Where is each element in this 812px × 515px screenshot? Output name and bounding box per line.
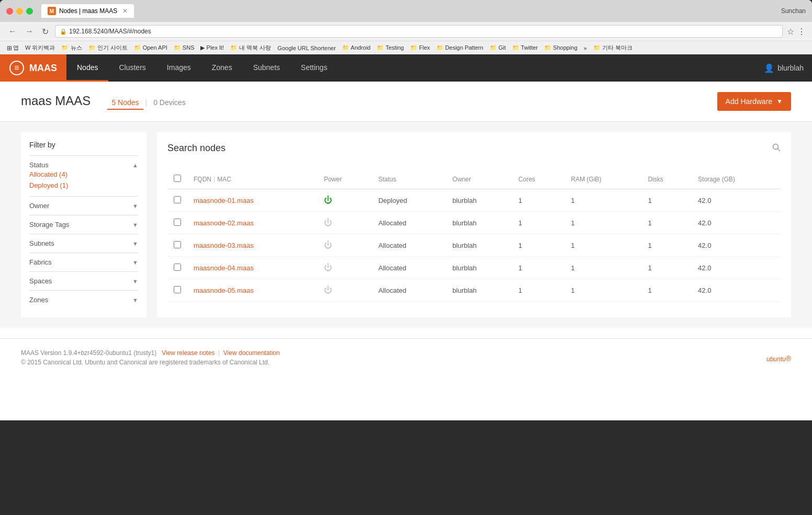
- bookmark-other-folder[interactable]: 📁 기타 북마크: [591, 43, 635, 53]
- maas-logo-icon: [9, 61, 24, 75]
- fqdn-link-3[interactable]: maasnode-04.maas: [194, 264, 254, 272]
- nav-subnets[interactable]: Subnets: [243, 55, 290, 82]
- fqdn-link-2[interactable]: maasnode-03.maas: [194, 242, 254, 249]
- bookmark-mac[interactable]: 📁 내 맥북 사랑: [228, 43, 274, 53]
- dropdown-arrow-icon: ▼: [776, 98, 783, 105]
- ubuntu-logo: ubuntu®: [766, 351, 791, 364]
- sidebar-section-owner: Owner ▼: [29, 196, 138, 215]
- tab-close-icon[interactable]: ✕: [122, 7, 128, 15]
- star-icon[interactable]: ☆: [787, 27, 794, 37]
- bookmark-google-url[interactable]: Google URL Shortener: [275, 44, 339, 52]
- row-checkbox-0[interactable]: [174, 196, 181, 203]
- th-owner: Owner: [446, 169, 512, 189]
- sidebar-filter-title: Filter by: [29, 141, 138, 149]
- table-row: maasnode-01.maas ⏻ Deployed blurblah 1 1…: [167, 189, 781, 212]
- tab-devices[interactable]: 0 Devices: [149, 96, 189, 110]
- forward-button[interactable]: →: [23, 26, 36, 37]
- bookmark-testing[interactable]: 📁 Testing: [374, 43, 407, 52]
- bookmark-design-pattern[interactable]: 📁 Design Pattern: [434, 43, 486, 52]
- bookmark-popular[interactable]: 📁 인기 사이트: [86, 43, 130, 53]
- sidebar-section-spaces-header[interactable]: Spaces ▼: [29, 277, 138, 285]
- sidebar-status-allocated[interactable]: Allocated (4): [29, 169, 138, 180]
- sidebar-section-spaces-arrow: ▼: [132, 278, 138, 284]
- nav-username: blurblah: [777, 64, 804, 72]
- nav-user[interactable]: 👤 blurblah: [755, 63, 812, 73]
- svg-line-1: [778, 148, 780, 151]
- bookmark-plex[interactable]: ▶ Plex It!: [198, 43, 227, 52]
- browser-window-controls[interactable]: [6, 8, 33, 15]
- table-row: maasnode-05.maas ⏻ Allocated blurblah 1 …: [167, 279, 781, 302]
- refresh-button[interactable]: ↻: [40, 26, 51, 38]
- nav-nodes[interactable]: Nodes: [66, 55, 108, 82]
- footer-left: MAAS Version 1.9.4+bzr4592-0ubuntu1 (tru…: [21, 349, 280, 366]
- sidebar-section-zones-header[interactable]: Zones ▼: [29, 296, 138, 304]
- maas-logo[interactable]: MAAS: [0, 54, 66, 82]
- sidebar-section-owner-header[interactable]: Owner ▼: [29, 202, 138, 210]
- sidebar-section-spaces: Spaces ▼: [29, 271, 138, 290]
- view-release-notes-link[interactable]: View release notes: [162, 349, 215, 357]
- row-status: Allocated: [372, 257, 446, 279]
- tab-favicon: M: [48, 7, 56, 15]
- sidebar-status-deployed[interactable]: Deployed (1): [29, 180, 138, 191]
- row-power: ⏻: [318, 257, 372, 279]
- view-documentation-link[interactable]: View documentation: [223, 349, 280, 357]
- sidebar-section-status-header[interactable]: Status ▲: [29, 161, 138, 169]
- nav-settings[interactable]: Settings: [290, 55, 338, 82]
- row-checkbox-4[interactable]: [174, 286, 181, 293]
- nav-images[interactable]: Images: [156, 55, 201, 82]
- tab-nodes[interactable]: 5 Nodes: [107, 96, 143, 110]
- fqdn-link-1[interactable]: maasnode-02.maas: [194, 219, 254, 227]
- bookmark-flex[interactable]: 📁 Flex: [408, 43, 433, 52]
- main-layout: Filter by Status ▲ Allocated (4) Deploye…: [0, 122, 812, 328]
- bookmark-news[interactable]: 📁 뉴스: [59, 43, 84, 53]
- add-hardware-button[interactable]: Add Hardware ▼: [717, 92, 791, 111]
- bookmark-android[interactable]: 📁 Android: [340, 43, 373, 52]
- th-mac-label: MAC: [217, 176, 231, 183]
- bookmark-sns[interactable]: 📁 SNS: [171, 43, 197, 52]
- menu-icon[interactable]: ⋮: [797, 27, 806, 37]
- search-icon-button[interactable]: [772, 143, 781, 154]
- footer-link-divider: |: [218, 349, 220, 357]
- bookmark-other[interactable]: »: [581, 44, 590, 52]
- nav-clusters[interactable]: Clusters: [108, 55, 156, 82]
- sidebar-section-zones-label: Zones: [29, 296, 48, 304]
- bookmark-git[interactable]: 📁 Git: [487, 43, 509, 52]
- sidebar-section-subnets-header[interactable]: Subnets ▼: [29, 239, 138, 247]
- fqdn-link-4[interactable]: maasnode-05.maas: [194, 287, 254, 294]
- sidebar-section-storage-tags-arrow: ▼: [132, 222, 138, 228]
- maximize-button[interactable]: [26, 8, 33, 15]
- main-content: Search nodes: [157, 132, 791, 317]
- browser-tab[interactable]: M Nodes | maas MAAS ✕: [41, 4, 134, 18]
- bookmark-openapi[interactable]: 📁 Open API: [131, 43, 170, 52]
- sidebar-section-storage-tags-header[interactable]: Storage Tags ▼: [29, 221, 138, 228]
- page-tabs: 5 Nodes | 0 Devices: [107, 96, 189, 110]
- bookmark-wikipedia[interactable]: W 위키백과: [22, 43, 58, 53]
- row-checkbox-2[interactable]: [174, 241, 181, 248]
- tab-title: Nodes | maas MAAS: [59, 7, 117, 15]
- back-button[interactable]: ←: [6, 26, 19, 37]
- bookmark-news-label: 📁 뉴스: [61, 44, 82, 52]
- minimize-button[interactable]: [16, 8, 23, 15]
- bookmark-shopping[interactable]: 📁 Shopping: [542, 43, 580, 52]
- sidebar-section-fabrics-header[interactable]: Fabrics ▼: [29, 258, 138, 266]
- row-checkbox-1[interactable]: [174, 219, 181, 226]
- row-storage: 42.0: [692, 212, 781, 234]
- bookmark-apps-label: 앱: [13, 44, 19, 52]
- bookmark-git-label: 📁 Git: [490, 44, 506, 51]
- fqdn-link-0[interactable]: maasnode-01.maas: [194, 197, 254, 204]
- nav-zones[interactable]: Zones: [201, 55, 243, 82]
- row-cores: 1: [512, 257, 565, 279]
- sidebar-section-spaces-label: Spaces: [29, 277, 52, 285]
- app-window: MAAS Nodes Clusters Images Zones Subnets…: [0, 54, 812, 420]
- bookmark-apps[interactable]: ⊞ 앱: [4, 43, 21, 53]
- sidebar-section-subnets: Subnets ▼: [29, 234, 138, 253]
- bookmark-twitter[interactable]: 📁 Twitter: [510, 43, 540, 52]
- bookmark-plex-label: ▶ Plex It!: [200, 44, 224, 51]
- address-bar[interactable]: 🔒 192.168.5240/MAAS/#/nodes: [55, 25, 783, 38]
- bookmark-twitter-label: 📁 Twitter: [512, 44, 538, 51]
- row-checkbox-3[interactable]: [174, 264, 181, 271]
- sidebar-section-subnets-arrow: ▼: [132, 241, 138, 247]
- ubuntu-logo-text: ubuntu®: [766, 356, 791, 363]
- select-all-checkbox[interactable]: [174, 175, 181, 182]
- close-button[interactable]: [6, 8, 13, 15]
